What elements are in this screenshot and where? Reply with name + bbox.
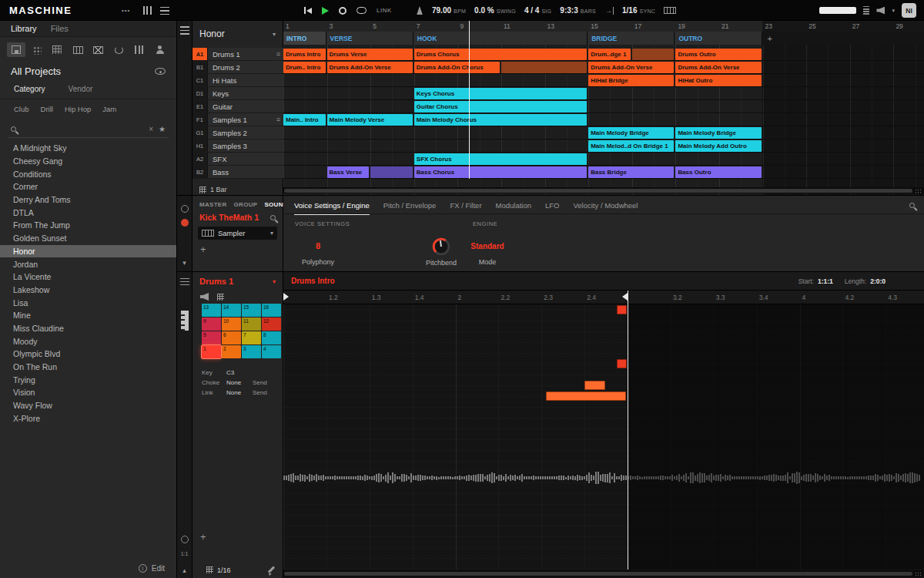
browser-filter-effects[interactable] [89, 42, 108, 57]
swing-display[interactable]: 0.0 %SWING [474, 6, 516, 15]
section-verse[interactable]: VERSE [327, 32, 413, 45]
search-input[interactable] [22, 121, 143, 137]
project-item[interactable]: Derry And Toms [0, 193, 176, 207]
note-event[interactable] [617, 305, 626, 314]
track-menu-icon[interactable]: ≡ [276, 50, 283, 58]
clear-search-icon[interactable]: × [149, 125, 153, 133]
track-header-row[interactable]: C1Hi Hats [192, 74, 283, 87]
clip[interactable] [370, 166, 413, 178]
clip[interactable]: HiHat Bridge [588, 75, 674, 86]
collapse-up-icon[interactable]: ▴ [177, 566, 192, 574]
pattern-name[interactable]: Drums Intro [291, 277, 335, 285]
channel-midi-icon[interactable] [177, 205, 192, 213]
project-item[interactable]: Miss Claudine [0, 322, 176, 335]
bpm-display[interactable]: 79.00BPM [432, 6, 466, 15]
length-value[interactable]: 2:0:0 [870, 277, 886, 285]
project-item[interactable]: DTLA [0, 206, 176, 219]
project-item[interactable]: Conditions [0, 167, 176, 180]
timeline-ruler[interactable]: 1357911131517192123252729 [283, 21, 924, 32]
scrollbar-grip[interactable] [915, 572, 922, 576]
project-item[interactable]: Corner [0, 180, 176, 193]
clip[interactable]: Guitar Chorus [414, 101, 587, 113]
clip[interactable]: Bass Bridge [588, 166, 674, 178]
favorite-icon[interactable]: ★ [159, 125, 166, 133]
project-item[interactable]: Olympic Blvd [0, 348, 176, 361]
start-value[interactable]: 1:1:1 [818, 277, 833, 285]
pad-14[interactable]: 14 [222, 304, 241, 317]
project-item[interactable]: La Vicente [0, 271, 176, 284]
pad-7[interactable]: 7 [242, 331, 261, 344]
track-menu-icon[interactable]: ≡ [276, 116, 283, 123]
add-plugin-button[interactable]: + [192, 240, 283, 259]
clip[interactable]: Keys Chorus [414, 88, 587, 99]
link-row[interactable]: Link None Send [202, 389, 267, 396]
tab-library[interactable]: Library [11, 24, 37, 33]
note-event[interactable] [584, 381, 604, 390]
browser-filter-samples[interactable] [130, 42, 149, 57]
project-item[interactable]: Cheesy Gang [0, 155, 176, 168]
pad-6[interactable]: 6 [222, 331, 241, 344]
clip[interactable]: Drums Chorus [414, 49, 587, 60]
pad-grid-icon[interactable] [217, 294, 224, 301]
pad-4[interactable]: 4 [262, 345, 281, 358]
editor-playhead[interactable] [628, 291, 628, 570]
browser-filter-loops[interactable] [110, 42, 129, 57]
pad-12[interactable]: 12 [262, 318, 281, 331]
browser-filter-user[interactable] [151, 42, 169, 57]
mixer-view-icon[interactable] [160, 6, 169, 15]
collapse-panel-icon[interactable]: ▾ [177, 259, 192, 267]
track-header-row[interactable]: B1Drums 2 [192, 61, 283, 74]
note-event[interactable] [617, 359, 626, 368]
tab-category[interactable]: Category [14, 85, 45, 93]
tab-vendor[interactable]: Vendor [69, 85, 93, 93]
clip[interactable]: Bass Verse [327, 166, 370, 178]
follow-button[interactable]: → [604, 7, 614, 15]
position-display[interactable]: 9:3:3BARS [560, 6, 596, 15]
choke-row[interactable]: Choke None Send [202, 379, 267, 386]
track-header-row[interactable]: F1Samples 1≡ [192, 113, 283, 126]
clip[interactable]: Drum..dge 1 [588, 49, 631, 60]
browser-filter-sounds[interactable] [48, 42, 66, 57]
clip[interactable] [632, 49, 675, 60]
mode-value[interactable]: Standard [460, 236, 514, 257]
section-bridge[interactable]: BRIDGE [588, 32, 675, 45]
pad-9[interactable]: 9 [202, 318, 221, 331]
project-item[interactable]: Jordan [0, 257, 176, 271]
metronome-button[interactable] [416, 6, 424, 15]
project-item[interactable]: Moody [0, 334, 176, 348]
polyphony-value[interactable]: 8 [291, 236, 345, 257]
clip[interactable]: Main.. Intro [283, 114, 326, 126]
scrollbar-grip[interactable] [915, 189, 922, 193]
arranger-settings-icon[interactable] [177, 26, 192, 35]
project-item[interactable]: Golden Sunset [0, 232, 176, 245]
volume-control[interactable] [876, 7, 885, 15]
track-header-row[interactable]: A1Drums 1≡ [192, 48, 283, 61]
restart-button[interactable] [304, 7, 312, 14]
tag-club[interactable]: Club [14, 105, 29, 113]
project-item[interactable]: Vision [0, 386, 176, 399]
note-event[interactable] [546, 391, 627, 401]
scrollbar-thumb[interactable] [284, 189, 912, 193]
tag-drill[interactable]: Drill [41, 105, 53, 113]
clip[interactable]: Drums Add-On Chorus [414, 62, 500, 73]
choke-value[interactable]: None [226, 379, 253, 386]
section-outro[interactable]: OUTRO [675, 32, 762, 45]
editor-ruler[interactable]: 1.21.31.422.22.32.43.23.33.444.24.3 [283, 291, 924, 304]
add-section-button[interactable]: + [765, 32, 772, 45]
channel-active-icon[interactable] [177, 219, 192, 227]
project-item[interactable]: Mine [0, 309, 176, 322]
browser-filter-projects[interactable] [7, 42, 25, 57]
app-menu-icon[interactable]: ••• [122, 7, 130, 14]
track-header-row[interactable]: H1Samples 3 [192, 139, 283, 153]
group-header[interactable]: Drums 1 ▾ [192, 272, 283, 286]
pad-13[interactable]: 13 [202, 304, 221, 317]
keyboard-view-icon[interactable] [177, 311, 192, 331]
keyboard-button[interactable] [664, 7, 676, 14]
section-hook[interactable]: HOOK [414, 32, 588, 45]
project-item[interactable]: X-Plore [0, 412, 176, 425]
key-value[interactable]: C3 [226, 369, 253, 376]
clip[interactable]: HiHat Outro [675, 75, 761, 86]
step-grid-value[interactable]: 1/16 [217, 566, 231, 574]
clip[interactable]: Drums Outro [675, 49, 761, 60]
clip[interactable]: Drums Add-On Verse [327, 62, 413, 73]
